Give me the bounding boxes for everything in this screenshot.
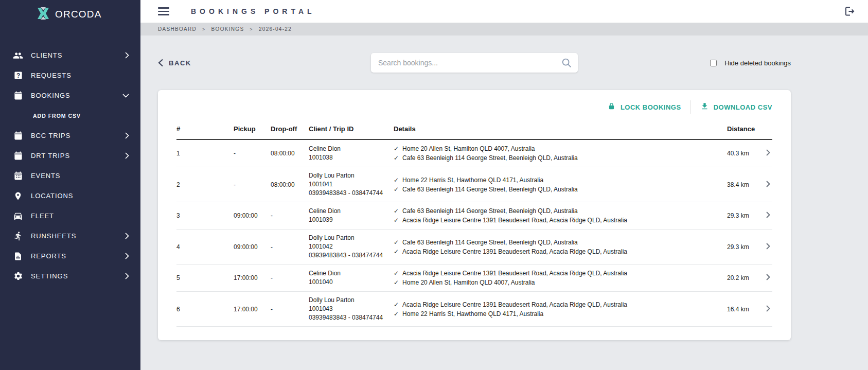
card-actions: LOCK BOOKINGS DOWNLOAD CSV: [176, 99, 772, 115]
client-cell: Celine Dion 1001039: [309, 202, 394, 230]
table-row[interactable]: 2 - 08:00:00 Dolly Lou Parton 1001041 03…: [176, 167, 772, 202]
row-expand-chevron[interactable]: [753, 202, 772, 230]
client-phone: 03939483843 - 038474744: [309, 313, 394, 322]
dropoff-time: -: [271, 202, 309, 230]
client-phone: 03939483843 - 038474744: [309, 251, 394, 260]
table-row[interactable]: 6 17:00:00 - Dolly Lou Parton 1001043 03…: [176, 292, 772, 327]
client-name: Dolly Lou Parton: [309, 296, 394, 305]
row-expand-chevron[interactable]: [753, 230, 772, 265]
details-cell: ✓Home 20 Allen St, Hamilton QLD 4007, Au…: [394, 139, 727, 167]
back-button[interactable]: BACK: [158, 59, 191, 67]
hide-deleted-group: Hide deleted bookings: [710, 59, 791, 67]
search-input[interactable]: [371, 53, 578, 73]
bookings-card: LOCK BOOKINGS DOWNLOAD CSV #: [158, 90, 791, 340]
orcoda-logo-icon: [36, 6, 50, 23]
hide-deleted-checkbox[interactable]: [710, 60, 717, 66]
col-distance: Distance: [727, 120, 772, 139]
row-expand-chevron[interactable]: [753, 167, 772, 202]
car-icon: [13, 211, 23, 221]
check-icon: ✓: [394, 247, 399, 256]
col-pickup: Pickup: [234, 120, 271, 139]
breadcrumb-bookings[interactable]: BOOKINGS: [211, 26, 244, 32]
download-icon: [700, 102, 709, 112]
top-bar: BOOKINGS PORTAL: [140, 0, 868, 23]
sidebar-item-reports[interactable]: REPORTS: [0, 246, 140, 266]
chevron-right-icon: [125, 273, 129, 279]
row-expand-chevron[interactable]: [753, 265, 772, 292]
table-row[interactable]: 3 09:00:00 - Celine Dion 1001039 ✓Cafe 6…: [176, 202, 772, 230]
lock-bookings-button[interactable]: LOCK BOOKINGS: [607, 102, 681, 112]
sidebar-item-locations[interactable]: LOCATIONS: [0, 186, 140, 206]
detail-stop: Acacia Ridge Leisure Centre 1391 Beaudes…: [402, 300, 627, 309]
detail-stop: Cafe 63 Beenleigh 114 George Street, Bee…: [402, 185, 578, 194]
client-cell: Celine Dion 1001040: [309, 265, 394, 292]
brand-name: ORCODA: [55, 9, 102, 20]
row-expand-chevron[interactable]: [753, 292, 772, 327]
trip-id: 1001039: [309, 216, 394, 224]
breadcrumb-separator: >: [202, 27, 206, 32]
table-row[interactable]: 1 - 08:00:00 Celine Dion 1001038 ✓Home 2…: [176, 139, 772, 167]
check-icon: ✓: [394, 206, 399, 216]
detail-stop: Cafe 63 Beenleigh 114 George Street, Bee…: [402, 153, 578, 163]
sidebar-item-add-from-csv[interactable]: ADD FROM CSV: [0, 105, 140, 126]
dropoff-time: -: [271, 265, 309, 292]
table-header-row: # Pickup Drop-off Client / Trip ID Detai…: [176, 120, 772, 139]
sidebar-item-clients[interactable]: CLIENTS: [0, 45, 140, 65]
distance: 29.3 km: [727, 230, 753, 265]
chevron-down-icon: [122, 94, 129, 98]
detail-stop: Home 20 Allen St, Hamilton QLD 4007, Aus…: [402, 144, 535, 153]
row-number: 1: [176, 139, 234, 167]
sidebar-item-label: SETTINGS: [31, 272, 68, 280]
details-cell: ✓Cafe 63 Beenleigh 114 George Street, Be…: [394, 202, 727, 230]
sidebar-item-label: BOOKINGS: [31, 92, 70, 99]
question-icon: ?: [13, 71, 23, 81]
pickup-time: 09:00:00: [234, 230, 271, 265]
row-number: 3: [176, 202, 234, 230]
client-cell: Celine Dion 1001038: [309, 139, 394, 167]
download-csv-button[interactable]: DOWNLOAD CSV: [700, 102, 772, 112]
menu-icon[interactable]: [158, 7, 169, 15]
dropoff-time: -: [271, 292, 309, 327]
client-cell: Dolly Lou Parton 1001041 03939483843 - 0…: [309, 167, 394, 202]
report-icon: [13, 251, 23, 261]
row-number: 5: [176, 265, 234, 292]
distance: 16.4 km: [727, 292, 753, 327]
calendar-icon: [13, 151, 23, 161]
chevron-right-icon: [125, 253, 129, 259]
client-phone: 03939483843 - 038474744: [309, 189, 394, 198]
breadcrumb: DASHBOARD > BOOKINGS > 2026-04-22: [140, 23, 868, 36]
check-icon: ✓: [394, 300, 399, 309]
page-title: BOOKINGS PORTAL: [191, 7, 315, 15]
bookings-table: # Pickup Drop-off Client / Trip ID Detai…: [176, 120, 772, 327]
sidebar-item-fleet[interactable]: FLEET: [0, 206, 140, 226]
main-area: BOOKINGS PORTAL DASHBOARD > BOOKINGS > 2…: [140, 0, 868, 370]
row-expand-chevron[interactable]: [753, 139, 772, 167]
breadcrumb-dashboard[interactable]: DASHBOARD: [158, 26, 197, 32]
check-icon: ✓: [394, 185, 399, 194]
search-icon[interactable]: [561, 57, 572, 71]
sidebar-item-label: EVENTS: [31, 172, 60, 180]
logout-icon[interactable]: [843, 5, 856, 17]
pickup-time: 17:00:00: [234, 265, 271, 292]
sidebar-item-settings[interactable]: SETTINGS: [0, 266, 140, 286]
sidebar-item-requests[interactable]: ? REQUESTS: [0, 65, 140, 85]
sidebar-item-bookings[interactable]: BOOKINGS: [0, 85, 140, 105]
detail-stop: Cafe 63 Beenleigh 114 George Street, Bee…: [402, 238, 578, 247]
svg-text:?: ?: [16, 72, 20, 79]
table-row[interactable]: 5 17:00:00 - Celine Dion 1001040 ✓Acacia…: [176, 265, 772, 292]
detail-stop: Cafe 63 Beenleigh 114 George Street, Bee…: [402, 206, 578, 216]
sidebar-item-drt-trips[interactable]: DRT TRIPS: [0, 146, 140, 166]
check-icon: ✓: [394, 144, 399, 153]
table-row[interactable]: 4 09:00:00 - Dolly Lou Parton 1001042 03…: [176, 230, 772, 265]
check-icon: ✓: [394, 278, 399, 287]
sidebar-item-events[interactable]: EVENTS: [0, 166, 140, 186]
sidebar-item-runsheets[interactable]: RUNSHEETS: [0, 226, 140, 246]
people-icon: [13, 50, 23, 61]
hide-deleted-label[interactable]: Hide deleted bookings: [724, 59, 791, 67]
col-dropoff: Drop-off: [271, 120, 309, 139]
client-name: Dolly Lou Parton: [309, 171, 394, 180]
dropoff-time: 08:00:00: [271, 167, 309, 202]
row-number: 2: [176, 167, 234, 202]
breadcrumb-date[interactable]: 2026-04-22: [259, 26, 292, 32]
sidebar-item-bcc-trips[interactable]: BCC TRIPS: [0, 126, 140, 146]
